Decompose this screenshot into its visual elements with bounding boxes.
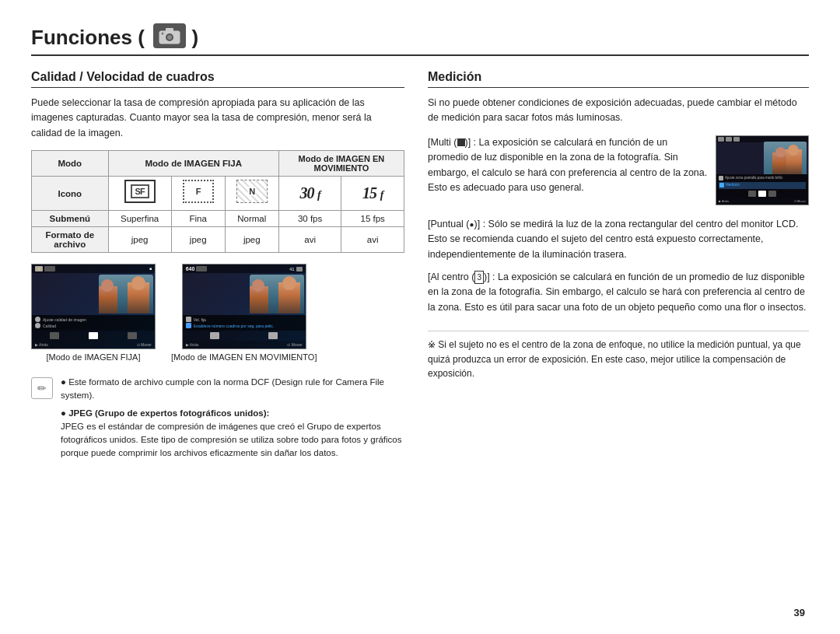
table-15fps-icon: 15 f [341, 177, 404, 211]
right-cam-body [716, 142, 808, 174]
table-n-icon: N [225, 177, 278, 211]
multi-icon [457, 138, 465, 146]
cam-screen-mov: 640 41 [183, 264, 306, 349]
cam-menu-t1: Ajuste calidad de imagen [43, 317, 86, 322]
cam-person2-head [101, 279, 114, 292]
camera-icon [153, 23, 186, 48]
warning-note: ※ Si el sujeto no es el centro de la zon… [428, 331, 809, 381]
cam-person-group [99, 275, 153, 313]
cam-menu-item2: Calidad [35, 323, 152, 328]
right-section-title: Medición [428, 70, 809, 88]
table-row-icon: Icono SF F [32, 177, 404, 211]
rcm3 [719, 191, 806, 197]
right-screenshot-multi: Ajuste zona pantalla para modo brillo Me… [716, 135, 809, 205]
screenshot-mov-label: [Modo de IMAGEN EN MOVIMIENTO] [171, 352, 317, 362]
title-text: Funciones ( [31, 26, 145, 49]
note-section: ✏ ● Este formato de archivo cumple con l… [31, 376, 404, 464]
screenshot-mov: 640 41 [171, 264, 317, 362]
alcentro-label-end: )] [484, 271, 490, 282]
cam-icons-row-mov [183, 331, 306, 341]
cam-menu-item1: Ajuste calidad de imagen [35, 317, 152, 322]
right-cam-h2 [775, 147, 786, 157]
puntual-label: [Puntual ( [428, 219, 470, 229]
cam-bottom-fija: ▶ Atrás ⊙ Mover [32, 341, 155, 349]
title-end: ) [191, 26, 198, 49]
cam-menu-fija: Ajuste calidad de imagen Calidad [32, 315, 155, 331]
rcm-t1: Ajuste zona pantalla para modo brillo [725, 176, 782, 181]
screenshot-mov-img: 640 41 [182, 264, 306, 349]
cam-icon1: ⚡ [35, 266, 43, 271]
note-bullet-1: ● Este formato de archivo cumple con la … [61, 376, 404, 403]
cam-body-mov [183, 273, 306, 315]
page: Funciones ( ) Calidad / Velocidad de cua… [0, 0, 840, 634]
note-bullet-1-text: Este formato de archivo cumple con la no… [61, 377, 384, 400]
table-icono-label: Icono [32, 177, 109, 211]
content-columns: Calidad / Velocidad de cuadros Puede sel… [31, 70, 809, 611]
cam-move-mov: ⊙ Mover [287, 342, 302, 347]
ri1 [718, 137, 724, 142]
right-cam-screen: Ajuste zona pantalla para modo brillo Me… [716, 135, 809, 205]
rcm-back: ▶ Atrás [719, 199, 729, 204]
cam-top-right: ■ [149, 266, 152, 271]
note-bullet-2: ● JPEG (Grupo de expertos fotográficos u… [61, 407, 404, 461]
cam-person-head [131, 276, 145, 290]
cam-person-group-mov [250, 275, 304, 313]
multi-label: [Multi ( [428, 137, 457, 148]
puntual-label-end: )] [474, 219, 481, 229]
ri3 [733, 137, 740, 142]
cam-screen-fija: ⚡ ■ [32, 264, 155, 349]
rcm-i2 [719, 183, 724, 187]
cam-menu-t2: Calidad [43, 324, 56, 328]
table-jpeg1: jpeg [108, 227, 171, 253]
cam-m2 [186, 323, 191, 328]
table-fina: Fina [171, 211, 225, 227]
rcm-b2 [758, 191, 766, 197]
cam-menu-i2 [35, 323, 40, 328]
page-title: Funciones ( ) [31, 23, 198, 50]
multi-label-end: )] [465, 137, 471, 148]
table-mode-label: Modo [32, 151, 109, 177]
table-jpeg3: jpeg [225, 227, 278, 253]
right-intro-text: Si no puede obtener condiciones de expos… [428, 96, 809, 126]
table-f-icon: F [171, 177, 225, 211]
note-bullet-2-title: JPEG (Grupo de expertos fotográficos uni… [68, 408, 269, 418]
rcm-move: ⊙ Mover [794, 199, 806, 204]
cam-icon2 [44, 266, 55, 271]
table-row-submenu: Submenú Superfina Fina Normal 30 fps 15 … [32, 211, 404, 227]
table-fija-header: Modo de IMAGEN FIJA [108, 151, 278, 177]
screenshot-fija-img: ⚡ ■ [31, 264, 156, 349]
cam-b2 [89, 332, 98, 339]
cam-b3 [128, 332, 137, 339]
cam-top-bar-fija: ⚡ ■ [32, 264, 155, 273]
right-cam-inner: Ajuste zona pantalla para modo brillo Me… [716, 136, 808, 205]
table-30fps-icon: 30 f [278, 177, 341, 211]
cam-menu-mov-i1: Vel. fija [186, 317, 303, 322]
medicion-multi: Ajuste zona pantalla para modo brillo Me… [428, 135, 809, 209]
medicion-alcentro: [Al centro (3)] : La exposición se calcu… [428, 270, 809, 315]
page-number: 39 [794, 607, 805, 618]
cam-back-fija: ▶ Atrás [35, 342, 48, 347]
rcm-b1 [748, 191, 756, 197]
alcentro-icon: 3 [474, 271, 484, 285]
cam-menu-mov-i2: Establece número cuadros por seg. para p… [186, 323, 303, 328]
table-avi2: avi [341, 227, 404, 253]
cam-icon-mov [196, 266, 207, 271]
table-mov-header: Modo de IMAGEN ENMOVIMIENTO [278, 151, 404, 177]
note-bullet-2-body: JPEG es el estándar de compresión de imá… [61, 422, 402, 458]
right-cam-bottom: ▶ Atrás ⊙ Mover [716, 198, 808, 205]
page-header: Funciones ( ) [31, 23, 809, 56]
cam-b1 [50, 332, 59, 339]
left-section-title: Calidad / Velocidad de cuadros [31, 70, 404, 88]
table-jpeg2: jpeg [171, 227, 225, 253]
rcm-b3 [768, 191, 776, 197]
medicion-puntual-text: [Puntual (●)] : Sólo se medirá la luz de… [428, 217, 809, 262]
table-row-header: Modo Modo de IMAGEN FIJA Modo de IMAGEN … [32, 151, 404, 177]
screenshot-fija: ⚡ ■ [31, 264, 156, 362]
cam-t2-mov: Establece número cuadros por seg. para p… [194, 324, 274, 328]
cam-bat [296, 267, 303, 271]
left-column: Calidad / Velocidad de cuadros Puede sel… [31, 70, 404, 611]
svg-point-4 [162, 33, 164, 35]
cam-move-fija: ⊙ Mover [137, 342, 152, 347]
cam-body-fija [32, 273, 155, 315]
table-submenu-label: Submenú [32, 211, 109, 227]
